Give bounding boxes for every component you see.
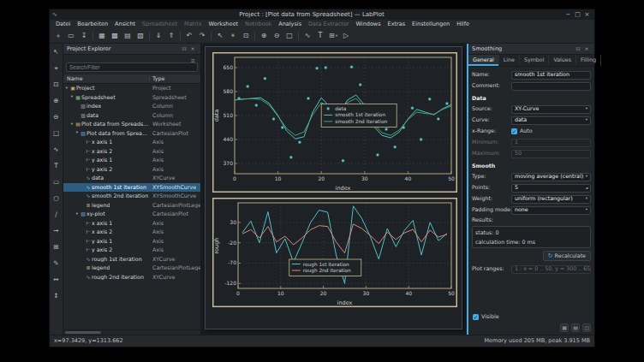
tree-row[interactable]: ▾▤Plot data from SpreadsheetWorksheet	[63, 120, 200, 129]
tree-row[interactable]: ⊢y axis 2Axis	[63, 246, 200, 255]
project-explorer-header[interactable]: Project Explorer ⊡ ×	[63, 44, 200, 55]
minimize-button[interactable]: −	[564, 12, 573, 18]
tree-row[interactable]: ▥indexColumn	[63, 102, 200, 111]
import-data-button[interactable]: ⇓	[152, 31, 164, 42]
maximum-field[interactable]: 50	[511, 150, 591, 158]
zoom-in-button[interactable]: ⊕	[258, 31, 270, 42]
points-spinbox[interactable]: 5 ▴▾	[511, 184, 591, 193]
new-matrix-button[interactable]: ▩	[109, 31, 121, 42]
tree-row[interactable]: ⊢x axis 2Axis	[63, 147, 200, 157]
type-combobox[interactable]: moving average (central) ▾	[511, 173, 591, 181]
tree-row[interactable]: ∿rough 1st iterationXYCurve	[63, 255, 200, 264]
tree-row[interactable]: ∿rough 2nd iterationXYCurve	[63, 273, 200, 282]
plot-canvas[interactable]: 0102030405030-20-70-120indexroughrough 1…	[212, 198, 457, 307]
zoom-select-tool-button[interactable]: ⊡	[51, 80, 62, 90]
comment-field[interactable]	[511, 82, 591, 91]
menu-spreadsheet[interactable]: Spreadsheet	[139, 21, 181, 27]
column-header-name[interactable]: Name	[63, 76, 150, 81]
name-field[interactable]: smooth 1st iteration	[511, 71, 591, 80]
tree-row[interactable]: ▾▧Plot data from SpreadsheetCartesianPlo…	[63, 129, 200, 139]
shift-y-tool-button[interactable]: ↕	[51, 291, 62, 301]
select-mode-button[interactable]: ↖	[214, 31, 226, 42]
menu-datei[interactable]: Datei	[52, 21, 74, 27]
crosshair-tool-button[interactable]: ⌖	[51, 63, 62, 74]
curve-combobox[interactable]: data ▾	[511, 116, 591, 125]
tree-row[interactable]: ⊢y axis 1Axis	[63, 237, 200, 246]
maximize-button[interactable]: □	[573, 12, 582, 18]
menu-ansicht[interactable]: Ansicht	[111, 21, 139, 27]
layout-grid-button[interactable]: ⊞▾	[327, 31, 339, 42]
zoom-out-tool-button[interactable]: ⊖	[51, 112, 62, 122]
tree-row[interactable]: ⊢x axis 1Axis	[63, 219, 200, 228]
menu-einstellungen[interactable]: Einstellungen	[408, 21, 453, 27]
spinbox-arrows-icon[interactable]: ▴▾	[586, 187, 587, 190]
column-header-type[interactable]: Type	[150, 76, 200, 81]
close-button[interactable]: ×	[582, 12, 592, 18]
open-project-button[interactable]: ▭	[65, 31, 77, 42]
select-tool-button[interactable]: ↖	[51, 47, 62, 57]
presenter-mode-button[interactable]: ▷	[340, 31, 352, 42]
menu-notebook[interactable]: Notebook	[242, 21, 275, 27]
menu-matrix[interactable]: Matrix	[181, 21, 205, 27]
tree-row[interactable]: ∿dataXYCurve	[63, 174, 200, 183]
tree-row[interactable]: ≣legendCartesianPlotLegend	[63, 201, 200, 211]
tab-values[interactable]: Values	[549, 55, 576, 66]
export-data-button[interactable]: ⇑	[165, 31, 177, 42]
auto-checkbox[interactable]: ✓	[511, 128, 517, 134]
menu-windows[interactable]: Windows	[353, 21, 385, 27]
tab-general[interactable]: General	[468, 55, 499, 66]
zoom-select-mode-button[interactable]: ⊡	[240, 31, 252, 42]
plot-rough[interactable]: 0102030405030-20-70-120indexroughrough 1…	[212, 198, 457, 307]
scrollbar-handle[interactable]	[65, 331, 101, 334]
worksheet-page[interactable]: 01020304050370440510580650indexdatadatas…	[205, 46, 462, 329]
add-text-button[interactable]: T	[314, 31, 326, 42]
crosshair-mode-button[interactable]: ⌖	[227, 31, 239, 42]
menu-analysis[interactable]: Analysis	[275, 21, 305, 27]
filter-icon[interactable]: ≡	[191, 58, 195, 64]
dock-option-list-icon[interactable]: ▤	[571, 323, 580, 332]
add-ellipse-tool-button[interactable]: ○	[51, 193, 62, 204]
tree-row[interactable]: ▾▦SpreadsheetSpreadsheet	[63, 93, 200, 103]
edit-tool-button[interactable]: ✎	[51, 258, 62, 269]
explorer-column-header[interactable]: Name Type	[63, 74, 200, 84]
float-dock-icon[interactable]: ⊡	[574, 46, 582, 51]
tree-row[interactable]: ⊢y axis 2Axis	[63, 165, 200, 175]
close-dock-icon[interactable]: ×	[188, 46, 197, 51]
tree-row[interactable]: ∿smooth 1st iterationXYSmoothCurve	[63, 183, 200, 193]
padding-mode-combobox[interactable]: none ▾	[511, 206, 591, 215]
tree-row[interactable]: ≣legendCartesianPlotLegend	[63, 264, 200, 273]
menu-hilfe[interactable]: Hilfe	[453, 21, 473, 27]
minimum-field[interactable]: 1	[511, 139, 591, 147]
zoom-out-button[interactable]: ⊖	[271, 31, 283, 42]
tree-row[interactable]: ⊢y axis 1Axis	[63, 156, 200, 165]
add-rectangle-tool-button[interactable]: ▭	[51, 177, 62, 187]
add-plot-tool-button[interactable]: ∿	[51, 145, 62, 155]
tab-symbol[interactable]: Symbol	[520, 55, 549, 66]
search-input[interactable]	[66, 62, 198, 72]
new-project-button[interactable]: ＋	[52, 31, 64, 42]
tree-row[interactable]: ▾▣ProjectProject	[63, 84, 200, 93]
tab-line[interactable]: Line	[499, 55, 520, 66]
save-project-button[interactable]: ↧	[78, 31, 90, 42]
add-arrow-tool-button[interactable]: →	[51, 226, 62, 236]
source-combobox[interactable]: XY-Curve ▾	[511, 105, 591, 114]
add-curve-button[interactable]: ∿	[301, 31, 313, 42]
new-spreadsheet-button[interactable]: ▦	[96, 31, 108, 42]
menu-data-extractor[interactable]: Data Extractor	[305, 21, 353, 27]
tree-row[interactable]: ∿smooth 2nd iterationXYSmoothCurve	[63, 192, 200, 201]
zoom-in-tool-button[interactable]: ⊕	[51, 96, 62, 106]
plot-canvas[interactable]: 01020304050370440510580650indexdatadatas…	[212, 52, 457, 193]
menu-bearbeiten[interactable]: Bearbeiten	[74, 21, 111, 27]
menu-worksheet[interactable]: Worksheet	[206, 21, 242, 27]
new-worksheet-button[interactable]: ▤	[122, 31, 134, 42]
shift-x-tool-button[interactable]: ↔	[51, 275, 62, 285]
tree-row[interactable]: ▾▧xy-plotCartesianPlot	[63, 210, 200, 219]
tree-row[interactable]: ▥dataColumn	[63, 111, 200, 121]
explorer-hscrollbar[interactable]	[63, 329, 200, 335]
tab-filling[interactable]: Filling	[576, 55, 601, 66]
menu-extras[interactable]: Extras	[385, 21, 409, 27]
redo-button[interactable]: ↷	[196, 31, 208, 42]
grid-tool-button[interactable]: ⊞	[51, 242, 62, 252]
weight-combobox[interactable]: uniform (rectangular) ▾	[511, 195, 591, 204]
dock-option-grid-icon[interactable]: ▦	[560, 323, 569, 332]
